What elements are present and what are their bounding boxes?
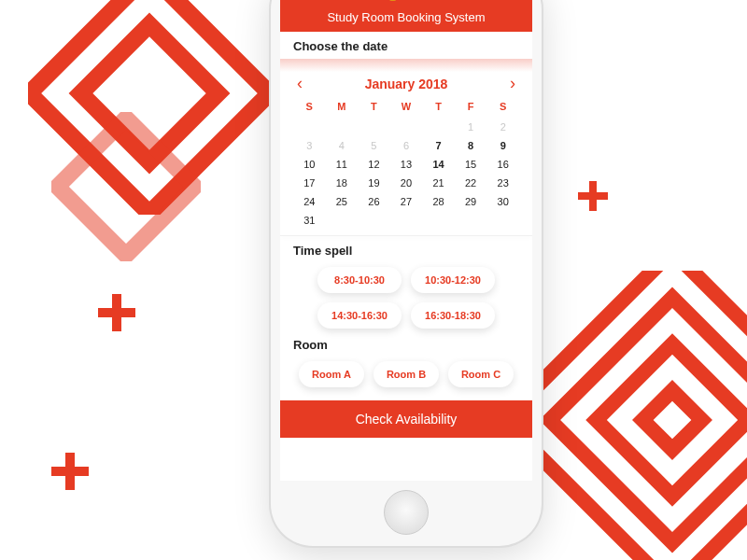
bg-plus-3 <box>574 177 612 215</box>
date-header-gradient <box>280 59 532 72</box>
calendar-day[interactable]: 18 <box>326 174 359 192</box>
room-chip[interactable]: Room A <box>299 361 364 387</box>
calendar-day[interactable]: 13 <box>390 155 423 174</box>
calendar-day[interactable]: 31 <box>293 211 326 230</box>
calendar-day[interactable]: 1 <box>455 118 487 136</box>
calendar-day[interactable]: 22 <box>455 174 487 192</box>
calendar-day[interactable]: 16 <box>486 155 519 174</box>
weekday-header: T <box>422 97 455 118</box>
calendar-day[interactable]: 21 <box>422 174 455 192</box>
battery-pct: 58 % <box>483 0 504 1</box>
clock-time: 09:24 <box>401 0 427 1</box>
screen: GS 🔒 09:24 58 % Study Room Booking Syste… <box>280 0 532 481</box>
weekday-header: F <box>455 97 487 118</box>
carrier-label: GS <box>315 0 328 1</box>
bg-plus-2 <box>47 448 93 495</box>
calendar-day <box>455 211 487 230</box>
room-chip[interactable]: Room C <box>448 361 514 387</box>
calendar-day[interactable]: 29 <box>455 192 487 211</box>
svg-rect-0 <box>29 0 269 214</box>
weekday-header: T <box>358 97 390 118</box>
calendar-day[interactable]: 24 <box>293 192 326 211</box>
wifi-icon <box>331 0 342 1</box>
choose-date-heading: Choose the date <box>280 32 532 59</box>
bg-diamond-right <box>523 271 747 560</box>
timeslot-chips: 8:30-10:3010:30-12:3014:30-16:3016:30-18… <box>280 263 532 336</box>
check-availability-button[interactable]: Check Availability <box>280 400 532 438</box>
calendar-day[interactable]: 9 <box>486 136 519 155</box>
timeslot-chip[interactable]: 14:30-16:30 <box>317 302 402 329</box>
calendar-day[interactable]: 25 <box>326 192 359 211</box>
calendar-day <box>390 118 423 136</box>
bg-diamond-midleft <box>51 112 201 261</box>
calendar-day[interactable]: 14 <box>422 155 455 174</box>
calendar-day <box>358 118 390 136</box>
calendar-day[interactable]: 17 <box>293 174 326 192</box>
calendar-day[interactable]: 30 <box>486 192 519 211</box>
calendar-day[interactable]: 28 <box>422 192 455 211</box>
bluetooth-icon <box>472 0 479 2</box>
room-chips: Room ARoom BRoom C <box>280 357 532 395</box>
weekday-header: M <box>326 97 359 118</box>
calendar-day[interactable]: 12 <box>358 155 390 174</box>
calendar-day[interactable]: 5 <box>358 136 390 155</box>
bg-plus-1 <box>93 289 140 336</box>
month-label: January 2018 <box>365 77 448 91</box>
signal-dots-icon <box>288 0 311 1</box>
room-heading: Room <box>280 336 532 357</box>
timeslot-chip[interactable]: 8:30-10:30 <box>317 267 402 293</box>
calendar-day <box>358 211 390 230</box>
calendar-day[interactable]: 10 <box>293 155 326 174</box>
svg-rect-5 <box>597 344 747 497</box>
calendar-grid: SMTWTFS 12345678910111213141516171819202… <box>293 97 519 230</box>
calendar-day[interactable]: 8 <box>455 136 487 155</box>
calendar-day <box>422 118 455 136</box>
calendar-day[interactable]: 3 <box>293 136 326 155</box>
calendar-day[interactable]: 4 <box>326 136 359 155</box>
timeslot-chip[interactable]: 10:30-12:30 <box>411 267 495 293</box>
calendar-day[interactable]: 26 <box>358 192 390 211</box>
home-button[interactable] <box>384 490 429 535</box>
calendar-day[interactable]: 7 <box>422 136 455 155</box>
room-chip[interactable]: Room B <box>374 361 439 387</box>
prev-month-button[interactable]: ‹ <box>297 74 303 93</box>
timeslot-chip[interactable]: 16:30-18:30 <box>411 302 495 329</box>
svg-rect-4 <box>550 298 747 542</box>
calendar-day <box>293 118 326 136</box>
calendar-day[interactable]: 15 <box>455 155 487 174</box>
calendar-day <box>326 118 359 136</box>
calendar-day <box>390 211 423 230</box>
svg-rect-3 <box>523 271 747 560</box>
svg-rect-2 <box>57 118 194 255</box>
weekday-header: S <box>293 97 326 118</box>
calendar-day <box>422 211 455 230</box>
weekday-header: W <box>390 97 423 118</box>
lock-icon: 🔒 <box>388 0 398 1</box>
next-month-button[interactable]: › <box>510 74 515 93</box>
calendar-day[interactable]: 20 <box>390 174 423 192</box>
bg-diamond-topleft <box>28 0 271 215</box>
svg-rect-6 <box>642 390 701 449</box>
calendar-day <box>326 211 359 230</box>
calendar-day[interactable]: 27 <box>390 192 423 211</box>
calendar-day[interactable]: 19 <box>358 174 390 192</box>
time-spell-heading: Time spell <box>280 236 532 263</box>
calendar-day[interactable]: 2 <box>486 118 519 136</box>
phone-frame: GS 🔒 09:24 58 % Study Room Booking Syste… <box>271 0 542 546</box>
calendar-day[interactable]: 6 <box>390 136 423 155</box>
svg-rect-1 <box>80 24 218 161</box>
calendar-day <box>486 211 519 230</box>
calendar-day[interactable]: 23 <box>486 174 519 192</box>
app-title: Study Room Booking System <box>280 5 532 32</box>
weekday-header: S <box>486 97 519 118</box>
calendar-day[interactable]: 11 <box>326 155 359 174</box>
